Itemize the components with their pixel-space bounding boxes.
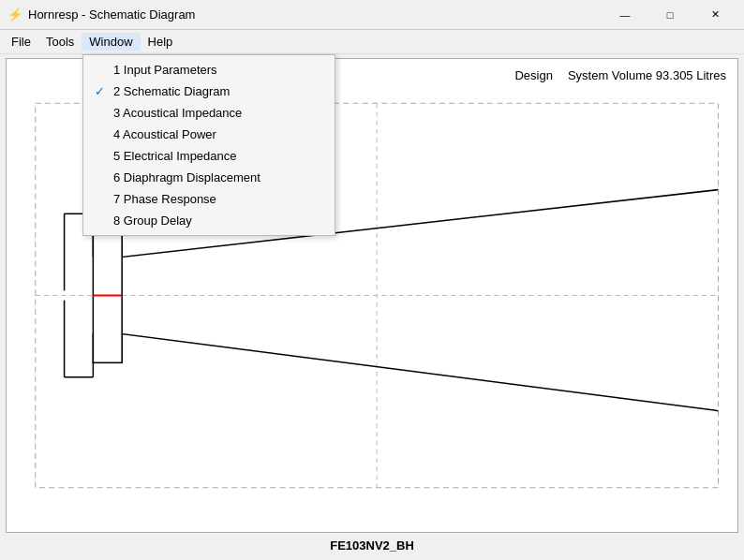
- menu-item-diaphragm-displacement[interactable]: 6 Diaphragm Displacement: [83, 167, 335, 188]
- minimize-button[interactable]: —: [603, 6, 647, 24]
- diagram-header: Design System Volume 93.305 Litres: [514, 68, 726, 82]
- check-phase-response: [91, 192, 108, 206]
- menu-help[interactable]: Help: [141, 33, 181, 51]
- menu-item-acoustical-power[interactable]: 4 Acoustical Power: [83, 124, 335, 145]
- title-bar-left: ⚡ Hornresp - Schematic Diagram: [7, 7, 195, 22]
- volume-label: System Volume 93.305 Litres: [568, 68, 726, 82]
- app-window: ⚡ Hornresp - Schematic Diagram — □ ✕ Fil…: [0, 0, 744, 560]
- maximize-button[interactable]: □: [648, 6, 692, 24]
- title-bar: ⚡ Hornresp - Schematic Diagram — □ ✕: [0, 0, 744, 30]
- label-acoustical-power: 4 Acoustical Power: [113, 127, 323, 141]
- label-schematic-diagram: 2 Schematic Diagram: [113, 84, 323, 98]
- label-input-parameters: 1 Input Parameters: [113, 63, 323, 77]
- menu-item-electrical-impedance[interactable]: 5 Electrical Impedance: [83, 145, 335, 167]
- menu-item-phase-response[interactable]: 7 Phase Response: [83, 188, 335, 210]
- title-bar-title: Hornresp - Schematic Diagram: [28, 7, 195, 22]
- check-electrical-impedance: [91, 149, 108, 163]
- label-group-delay: 8 Group Delay: [113, 214, 323, 228]
- footer-label: FE103NV2_BH: [330, 538, 414, 553]
- design-label: Design: [514, 68, 552, 82]
- label-phase-response: 7 Phase Response: [113, 192, 323, 206]
- check-acoustical-impedance: [91, 106, 108, 120]
- menu-item-input-parameters[interactable]: 1 Input Parameters: [83, 59, 335, 81]
- label-diaphragm-displacement: 6 Diaphragm Displacement: [113, 170, 323, 184]
- check-diaphragm-displacement: [91, 170, 108, 184]
- label-acoustical-impedance: 3 Acoustical Impedance: [113, 106, 323, 120]
- menu-bar: File Tools Window Help 1 Input Parameter…: [0, 30, 744, 54]
- close-button[interactable]: ✕: [693, 6, 737, 24]
- app-icon: ⚡: [7, 7, 22, 22]
- menu-item-acoustical-impedance[interactable]: 3 Acoustical Impedance: [83, 102, 335, 124]
- menu-tools[interactable]: Tools: [38, 33, 82, 51]
- title-bar-controls: — □ ✕: [603, 6, 737, 24]
- check-schematic-diagram: ✓: [91, 84, 108, 98]
- check-input-parameters: [91, 63, 108, 77]
- check-group-delay: [91, 214, 108, 228]
- label-electrical-impedance: 5 Electrical Impedance: [113, 149, 323, 163]
- menu-file[interactable]: File: [4, 33, 38, 51]
- footer-area: FE103NV2_BH: [6, 533, 738, 560]
- menu-item-schematic-diagram[interactable]: ✓ 2 Schematic Diagram: [83, 81, 335, 102]
- check-acoustical-power: [91, 127, 108, 141]
- menu-item-group-delay[interactable]: 8 Group Delay: [83, 210, 335, 231]
- menu-window[interactable]: Window: [82, 33, 140, 51]
- window-dropdown: 1 Input Parameters ✓ 2 Schematic Diagram…: [82, 54, 335, 236]
